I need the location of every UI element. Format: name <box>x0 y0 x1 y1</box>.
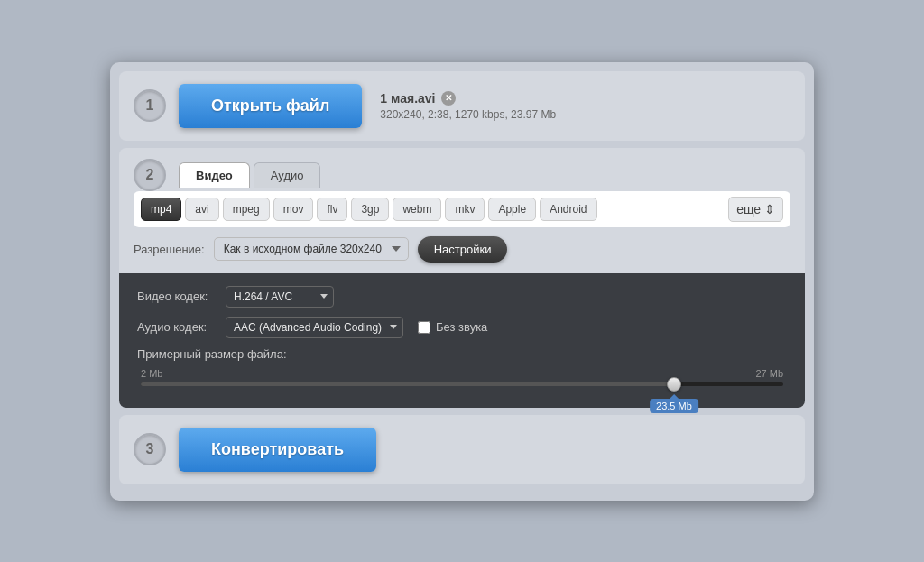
format-btn-avi[interactable]: avi <box>185 198 218 221</box>
file-meta-text: 320x240, 2:38, 1270 kbps, 23.97 Mb <box>380 108 556 121</box>
section-2-number: 2 <box>134 159 166 191</box>
format-btn-mkv[interactable]: mkv <box>445 198 485 221</box>
file-size-section: Примерный размер файла: 2 Mb 27 Mb 23.5 … <box>137 347 787 386</box>
video-codec-label: Видео кодек: <box>137 290 218 303</box>
format-btn-android[interactable]: Android <box>540 198 596 221</box>
slider-thumb[interactable] <box>667 377 681 392</box>
audio-codec-label: Аудио кодек: <box>137 320 218 334</box>
no-sound-checkbox[interactable] <box>418 321 430 334</box>
format-btn-mpeg[interactable]: mpeg <box>223 198 270 221</box>
file-name-text: 1 мая.avi <box>380 91 435 106</box>
section-3-number: 3 <box>134 433 166 465</box>
size-min-label: 2 Mb <box>141 368 162 379</box>
file-name-row: 1 мая.avi ✕ <box>380 91 556 106</box>
app-container: 1 Открыть файл 1 мая.avi ✕ 320x240, 2:38… <box>110 62 814 501</box>
no-sound-label: Без звука <box>436 320 487 334</box>
format-btn-more[interactable]: еще ⇕ <box>728 197 783 222</box>
section-3: 3 Конвертировать <box>119 415 805 484</box>
file-info: 1 мая.avi ✕ 320x240, 2:38, 1270 kbps, 23… <box>380 91 556 121</box>
convert-button[interactable]: Конвертировать <box>179 428 376 472</box>
video-codec-row: Видео кодек: H.264 / AVC <box>137 286 787 308</box>
section-2-header: 2 Видео Аудио <box>119 148 805 191</box>
slider-labels: 2 Mb 27 Mb <box>141 368 783 379</box>
settings-button[interactable]: Настройки <box>418 236 508 263</box>
resolution-label: Разрешение: <box>134 243 205 256</box>
file-size-title: Примерный размер файла: <box>137 347 787 361</box>
slider-track: 23.5 Mb <box>141 382 783 386</box>
size-max-label: 27 Mb <box>755 368 783 379</box>
section-1: 1 Открыть файл 1 мая.avi ✕ 320x240, 2:38… <box>119 71 805 141</box>
format-row: mp4 avi mpeg mov flv 3gp webm mkv Apple … <box>141 197 783 222</box>
format-btn-mov[interactable]: mov <box>273 198 314 221</box>
tab-video[interactable]: Видео <box>179 162 250 188</box>
settings-panel: Видео кодек: H.264 / AVC Аудио кодек: AA… <box>119 273 805 408</box>
format-btn-webm[interactable]: webm <box>393 198 441 221</box>
file-close-button[interactable]: ✕ <box>441 91 456 106</box>
format-btn-3gp[interactable]: 3gp <box>351 198 389 221</box>
section-1-number: 1 <box>134 89 166 122</box>
tab-audio[interactable]: Аудио <box>254 162 321 188</box>
tabs-row: Видео Аудио <box>179 162 320 188</box>
format-btn-apple[interactable]: Apple <box>488 198 536 221</box>
no-sound-row: Без звука <box>418 320 487 334</box>
format-btn-flv[interactable]: flv <box>317 198 347 221</box>
audio-codec-select[interactable]: AAC (Advanced Audio Coding) <box>226 317 403 338</box>
format-row-wrapper: mp4 avi mpeg mov flv 3gp webm mkv Apple … <box>134 191 790 227</box>
section-2: 2 Видео Аудио mp4 avi mpeg mov flv 3gp w… <box>119 148 805 408</box>
video-codec-select[interactable]: H.264 / AVC <box>226 286 334 308</box>
slider-value-bubble: 23.5 Mb <box>650 399 698 413</box>
audio-codec-row: Аудио кодек: AAC (Advanced Audio Coding)… <box>137 317 787 338</box>
resolution-row: Разрешение: Как в исходном файле 320x240… <box>119 227 805 273</box>
resolution-select[interactable]: Как в исходном файле 320x240 <box>214 237 409 261</box>
open-file-button[interactable]: Открыть файл <box>179 84 362 128</box>
format-btn-mp4[interactable]: mp4 <box>141 198 181 221</box>
slider-fill <box>141 382 674 386</box>
slider-wrapper: 2 Mb 27 Mb 23.5 Mb <box>137 368 787 386</box>
